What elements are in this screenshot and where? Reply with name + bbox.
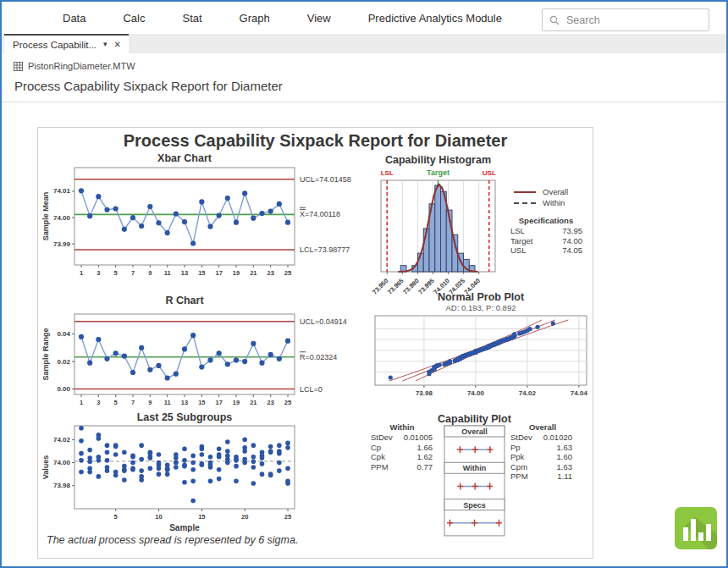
svg-text:1.60: 1.60 [557,452,573,461]
svg-text:Overall: Overall [529,422,556,432]
app-window: Data Calc Stat Graph View Predictive Ana… [0,0,728,568]
svg-text:5: 5 [114,399,118,406]
svg-text:UCL=0.04914: UCL=0.04914 [300,317,347,326]
svg-text:Target: Target [427,168,449,177]
svg-text:Pp: Pp [510,443,521,452]
svg-text:Xbar Chart: Xbar Chart [157,152,212,164]
svg-text:17: 17 [215,269,222,277]
xbar-chart[interactable]: Xbar ChartSample Mean73.9974.0074.011357… [38,152,394,287]
menu-item-graph[interactable]: Graph [221,12,289,25]
svg-text:74.00: 74.00 [53,459,71,466]
svg-text:3: 3 [97,269,100,277]
svg-text:5: 5 [114,513,118,521]
svg-text:15: 15 [198,513,205,521]
r-chart[interactable]: R ChartSample Range0.000.020.04135791113… [38,294,394,409]
divider [2,102,726,102]
svg-text:9: 9 [148,399,152,406]
svg-text:Overall: Overall [543,187,568,196]
svg-text:Sample Range: Sample Range [41,328,50,380]
svg-text:Within: Within [463,464,486,472]
svg-text:23: 23 [267,399,273,406]
worksheet-row[interactable]: PistonRingDiameter.MTW [14,61,726,71]
capability-histogram-chart[interactable]: Capability HistogramLSLTargetUSL73.95073… [368,153,593,301]
svg-text:74.00: 74.00 [53,214,71,222]
svg-text:25: 25 [284,269,291,277]
svg-text:5: 5 [114,269,118,277]
bar-chart-icon [675,507,717,549]
svg-text:0.01005: 0.01005 [404,433,433,442]
svg-text:73.99: 73.99 [53,240,71,248]
svg-text:Target: Target [510,236,533,245]
svg-text:74.00: 74.00 [562,236,582,245]
svg-text:74.00: 74.00 [467,389,485,397]
svg-text:Sample Mean: Sample Mean [41,192,50,241]
svg-text:3: 3 [97,399,100,406]
worksheet-icon [14,62,23,71]
search-icon [549,15,560,25]
svg-text:73.95: 73.95 [562,226,582,235]
tab-process-capability[interactable]: Process Capabilit... ▾ ✕ [4,34,129,53]
svg-text:74.01: 74.01 [53,187,71,195]
svg-text:Specifications: Specifications [519,216,573,225]
svg-text:Within: Within [390,422,415,432]
svg-text:1: 1 [80,399,83,406]
svg-text:23: 23 [267,269,273,277]
svg-text:X=74.00118: X=74.00118 [300,210,340,218]
svg-text:1.11: 1.11 [557,471,572,481]
menu-item-view[interactable]: View [289,12,350,25]
svg-text:Overall: Overall [461,427,488,436]
svg-text:PPM: PPM [510,471,528,481]
menu-item-calc[interactable]: Calc [104,12,163,25]
menu-item-data[interactable]: Data [44,12,104,25]
svg-text:20: 20 [241,513,248,521]
report-title: Process Capability Sixpack Report for Di… [38,131,593,151]
svg-text:0.77: 0.77 [417,462,433,471]
last-25-subgroups-chart[interactable]: Last 25 SubgroupsValues73.9874.0074.0251… [38,412,394,539]
svg-text:19: 19 [233,269,240,277]
report-footnote: The actual process spread is represented… [47,534,298,546]
menu-item-predictive-analytics-module[interactable]: Predictive Analytics Module [350,12,521,25]
svg-text:PPM: PPM [371,462,389,471]
minitab-logo-icon [675,507,717,549]
search-box[interactable] [542,8,709,31]
svg-text:21: 21 [250,269,256,277]
report-panel: Process Capability Sixpack Report for Di… [37,127,593,559]
search-input[interactable] [565,14,709,27]
svg-text:21: 21 [250,399,256,406]
svg-text:11: 11 [164,269,171,277]
svg-text:74.02: 74.02 [519,389,537,397]
svg-text:17: 17 [215,399,222,406]
svg-text:Values: Values [41,455,50,480]
svg-text:Cpk: Cpk [371,452,385,461]
menu-item-stat[interactable]: Stat [163,12,220,25]
svg-text:StDev: StDev [510,433,532,442]
tab-strip: Process Capabilit... ▾ ✕ [2,34,726,53]
svg-text:74.05: 74.05 [562,245,582,255]
svg-text:R Chart: R Chart [165,295,204,306]
svg-text:1.66: 1.66 [417,443,433,452]
chevron-down-icon[interactable]: ▾ [103,41,108,48]
svg-text:LCL=0: LCL=0 [300,385,323,394]
svg-text:LSL: LSL [510,226,525,235]
svg-text:LCL=73.98777: LCL=73.98777 [300,245,350,254]
svg-text:Normal Prob Plot: Normal Prob Plot [438,291,525,303]
close-icon[interactable]: ✕ [114,41,121,49]
svg-text:Specs: Specs [463,501,486,510]
svg-text:0.01020: 0.01020 [543,433,572,442]
svg-text:Capability Histogram: Capability Histogram [385,154,491,166]
svg-text:9: 9 [148,269,152,277]
svg-text:13: 13 [181,269,188,277]
tab-label: Process Capabilit... [13,40,97,50]
svg-text:74.04: 74.04 [571,389,588,397]
svg-text:Cp: Cp [371,443,381,452]
normal-prob-plot-chart[interactable]: Normal Prob PlotAD: 0.193, P: 0.89273.98… [368,290,593,411]
svg-text:LSL: LSL [381,169,394,177]
svg-text:1: 1 [80,269,83,277]
svg-text:13: 13 [181,399,188,406]
worksheet-name: PistonRingDiameter.MTW [28,61,135,71]
svg-text:1.63: 1.63 [557,443,573,452]
svg-text:73.98: 73.98 [53,482,71,489]
page-title: Process Capability Sixpack Report for Di… [14,79,726,93]
svg-text:15: 15 [198,269,205,277]
capability-plot-chart[interactable]: Capability PlotOverallWithinSpecsWithinS… [365,412,593,539]
